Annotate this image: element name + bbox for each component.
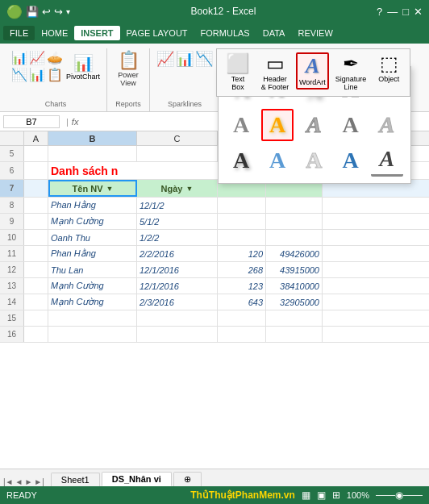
menu-home[interactable]: HOME [35,26,74,40]
view-normal-icon[interactable]: ▦ [302,489,310,501]
cell-b14[interactable]: Mạnh Cường [48,294,137,310]
chart-other3-icon[interactable]: 📋 [47,67,63,82]
wordart-style-10[interactable]: A [371,109,403,141]
menu-review[interactable]: REVIEW [291,26,339,40]
cell-d16[interactable] [218,327,266,342]
sparkline-winloss-icon[interactable]: 📉 [195,50,213,68]
cell-c7[interactable]: Ngày▼ [137,180,218,197]
col-header-b[interactable]: B [48,131,137,145]
cell-a15[interactable] [24,310,48,326]
cell-e11[interactable]: 49426000 [266,246,323,261]
power-view-btn[interactable]: 📋 PowerView [114,50,143,89]
cell-d13[interactable]: 123 [218,278,266,294]
cell-e14[interactable]: 32905000 [266,294,323,310]
cell-a16[interactable] [24,327,48,342]
cell-d12[interactable]: 268 [218,262,266,277]
cell-b15[interactable] [48,310,137,326]
pivot-chart-btn[interactable]: 📊 PivotChart [66,53,100,81]
cell-a11[interactable] [24,246,48,261]
cell-a14[interactable] [24,294,48,310]
wordart-style-6[interactable]: A [225,109,257,141]
cell-b9[interactable]: Mạnh Cường [48,214,137,229]
sheet-tab-ds-nhanvi[interactable]: DS_Nhân vi [102,472,172,486]
cell-c16[interactable] [137,327,218,342]
chart-pie-icon[interactable]: 🥧 [47,50,63,65]
header-footer-btn[interactable]: ▭ Header& Footer [259,52,291,93]
view-break-icon[interactable]: ⊞ [332,489,340,501]
wordart-style-15[interactable]: A [371,144,403,177]
tab-nav-next[interactable]: ► [24,477,32,486]
tab-nav-last[interactable]: ►| [34,477,44,486]
cell-c11[interactable]: 2/2/2016 [137,246,218,261]
cell-e8[interactable] [266,198,323,213]
wordart-style-9[interactable]: A [335,109,367,141]
menu-insert[interactable]: INSERT [74,26,119,40]
wordart-style-7[interactable]: A [261,109,294,141]
menu-data[interactable]: DATA [256,26,292,40]
chart-other2-icon[interactable]: 📊 [29,67,45,82]
cell-e10[interactable] [266,230,323,245]
cell-b5[interactable] [48,146,137,161]
sheet-tab-add[interactable]: ⊕ [173,472,202,486]
quick-save-icon[interactable]: 💾 [26,6,39,18]
cell-b10[interactable]: Oanh Thu [48,230,137,245]
col-header-c[interactable]: C [137,131,218,145]
sparkline-col-icon[interactable]: 📊 [176,50,194,68]
help-icon[interactable]: ? [377,6,382,18]
wordart-btn[interactable]: A WordArt [296,52,329,90]
cell-a10[interactable] [24,230,48,245]
cell-b12[interactable]: Thu Lan [48,262,137,277]
cell-c14[interactable]: 2/3/2016 [137,294,218,310]
cell-e12[interactable]: 43915000 [266,262,323,277]
menu-page-layout[interactable]: PAGE LAYOUT [120,26,194,40]
tab-nav-prev[interactable]: ◄ [15,477,23,486]
redo-icon[interactable]: ↪ [54,6,63,18]
cell-e15[interactable] [266,310,323,326]
cell-d10[interactable] [218,230,266,245]
name-box[interactable] [3,115,60,128]
menu-formulas[interactable]: FORMULAS [194,26,256,40]
cell-a8[interactable] [24,198,48,213]
wordart-style-13[interactable]: A [298,144,330,177]
cell-c13[interactable]: 12/1/2016 [137,278,218,294]
cell-b11[interactable]: Phan Hằng [48,246,137,261]
textbox-btn[interactable]: ⬜ TextBox [222,52,254,93]
cell-b7[interactable]: Tên NV ▼ [48,180,137,197]
cell-d8[interactable] [218,198,266,213]
zoom-slider[interactable]: ——◉—— [376,489,423,501]
maximize-icon[interactable]: □ [402,6,409,18]
cell-c15[interactable] [137,310,218,326]
cell-a5[interactable] [24,146,48,161]
menu-file[interactable]: FILE [3,26,35,40]
view-layout-icon[interactable]: ▣ [317,489,326,501]
cell-a6[interactable] [24,162,48,179]
signature-line-btn[interactable]: ✒ SignatureLine [334,52,369,93]
wordart-style-11[interactable]: A [225,144,257,177]
chart-other1-icon[interactable]: 📉 [11,67,27,82]
chart-line-icon[interactable]: 📈 [29,50,45,65]
cell-b16[interactable] [48,327,137,342]
close-icon[interactable]: ✕ [414,6,423,18]
cell-c8[interactable]: 12/1/2 [137,198,218,213]
cell-c10[interactable]: 1/2/2 [137,230,218,245]
sheet-tab-nav[interactable]: |◄ ◄ ► ►| [3,477,44,486]
cell-b13[interactable]: Mạnh Cường [48,278,137,294]
cell-d14[interactable]: 643 [218,294,266,310]
tab-nav-first[interactable]: |◄ [3,477,14,486]
cell-a12[interactable] [24,262,48,277]
wordart-style-8[interactable]: A [298,109,330,141]
cell-a7[interactable] [24,180,48,197]
object-btn[interactable]: ⬚ Object [373,52,405,85]
cell-b8[interactable]: Phan Hằng [48,198,137,213]
cell-e16[interactable] [266,327,323,342]
cell-a13[interactable] [24,278,48,294]
sparkline-line-icon[interactable]: 📈 [156,50,174,68]
cell-d9[interactable] [218,214,266,229]
chart-bar-icon[interactable]: 📊 [11,50,27,65]
cell-e13[interactable]: 38410000 [266,278,323,294]
cell-c5[interactable] [137,146,218,161]
cell-a9[interactable] [24,214,48,229]
cell-e9[interactable] [266,214,323,229]
wordart-style-12[interactable]: A [261,144,294,177]
wordart-style-14[interactable]: A [335,144,367,177]
